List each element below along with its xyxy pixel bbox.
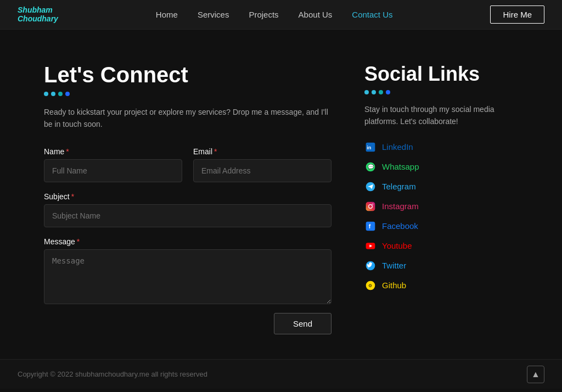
- facebook-icon: f: [364, 220, 376, 232]
- github-link[interactable]: ⚙ Github: [364, 279, 518, 292]
- message-required: *: [77, 237, 80, 246]
- facebook-link[interactable]: f Facebook: [364, 220, 518, 232]
- message-label: Message*: [44, 237, 331, 246]
- social-subtitle: Stay in touch through my social media pl…: [364, 103, 518, 128]
- list-item: Youtube: [364, 240, 518, 252]
- subject-input[interactable]: [44, 204, 331, 227]
- name-input[interactable]: [44, 159, 182, 182]
- s-dot-1: [364, 90, 369, 94]
- contact-form: Name* Email* Subject*: [44, 147, 331, 334]
- social-section: Social Links Stay in touch through my so…: [353, 63, 518, 337]
- list-item: f Facebook: [364, 220, 518, 232]
- svg-text:⚙: ⚙: [368, 283, 372, 288]
- email-input[interactable]: [193, 159, 331, 182]
- list-item: Instagram: [364, 200, 518, 212]
- social-dots: [364, 90, 518, 94]
- list-item: ⚙ Github: [364, 279, 518, 292]
- send-row: Send: [44, 313, 331, 334]
- whatsapp-label: Whatsapp: [382, 162, 419, 171]
- navbar: Shubham Choudhary Home Services Projects…: [0, 0, 562, 30]
- whatsapp-icon: 💬: [364, 161, 376, 173]
- telegram-link[interactable]: Telegram: [364, 181, 518, 193]
- dot-2: [51, 92, 55, 96]
- nav-contact[interactable]: Contact Us: [352, 10, 392, 19]
- list-item: 💬 Whatsapp: [364, 161, 518, 173]
- footer-copyright: Copyright © 2022 shubhamchoudhary.me all…: [18, 370, 207, 378]
- subject-required: *: [71, 192, 74, 201]
- message-group: Message*: [44, 237, 331, 304]
- email-label: Email*: [193, 147, 331, 156]
- instagram-icon: [364, 200, 376, 212]
- scroll-top-button[interactable]: ▲: [527, 366, 544, 383]
- list-item: in LinkedIn: [364, 141, 518, 153]
- github-label: Github: [382, 281, 406, 290]
- youtube-link[interactable]: Youtube: [364, 240, 518, 252]
- twitter-icon: [364, 260, 376, 272]
- svg-point-8: [372, 204, 373, 205]
- name-label: Name*: [44, 147, 182, 156]
- subject-label: Subject*: [44, 192, 331, 201]
- dot-4: [65, 92, 70, 96]
- github-icon: ⚙: [364, 279, 376, 292]
- dot-1: [44, 92, 48, 96]
- youtube-label: Youtube: [382, 241, 412, 250]
- nav-home[interactable]: Home: [156, 10, 178, 19]
- linkedin-label: LinkedIn: [382, 142, 413, 152]
- svg-text:in: in: [367, 145, 372, 150]
- youtube-icon: [364, 240, 376, 252]
- social-title: Social Links: [364, 63, 518, 86]
- telegram-icon: [364, 181, 376, 193]
- logo-line1: Shubham: [18, 6, 58, 14]
- contact-title: Let's Connect: [44, 63, 331, 87]
- contact-subtitle: Ready to kickstart your project or explo…: [44, 106, 331, 131]
- svg-rect-6: [366, 201, 375, 211]
- send-button[interactable]: Send: [274, 313, 331, 334]
- contact-section: Let's Connect Ready to kickstart your pr…: [44, 63, 331, 337]
- subject-group: Subject*: [44, 192, 331, 227]
- twitter-link[interactable]: Twitter: [364, 260, 518, 272]
- list-item: Twitter: [364, 260, 518, 272]
- name-email-row: Name* Email*: [44, 147, 331, 182]
- main-content: Let's Connect Ready to kickstart your pr…: [0, 30, 562, 359]
- nav-projects[interactable]: Projects: [249, 10, 278, 19]
- s-dot-3: [379, 90, 383, 94]
- facebook-label: Facebook: [382, 221, 418, 231]
- hire-me-button[interactable]: Hire Me: [490, 5, 544, 24]
- list-item: Telegram: [364, 181, 518, 193]
- instagram-link[interactable]: Instagram: [364, 200, 518, 212]
- logo: Shubham Choudhary: [18, 6, 58, 23]
- nav-links: Home Services Projects About Us Contact …: [156, 10, 393, 20]
- linkedin-link[interactable]: in LinkedIn: [364, 141, 518, 153]
- s-dot-2: [372, 90, 376, 94]
- logo-line2: Choudhary: [18, 15, 58, 23]
- linkedin-icon: in: [364, 141, 376, 153]
- nav-about[interactable]: About Us: [299, 10, 333, 19]
- email-required: *: [214, 147, 217, 156]
- s-dot-4: [386, 90, 390, 94]
- name-required: *: [66, 147, 69, 156]
- instagram-label: Instagram: [382, 201, 419, 211]
- name-group: Name*: [44, 147, 182, 182]
- nav-services[interactable]: Services: [198, 10, 229, 19]
- message-input[interactable]: [44, 249, 331, 304]
- footer: Copyright © 2022 shubhamchoudhary.me all…: [0, 359, 562, 389]
- whatsapp-link[interactable]: 💬 Whatsapp: [364, 161, 518, 173]
- email-group: Email*: [193, 147, 331, 182]
- dot-3: [58, 92, 63, 96]
- social-links-list: in LinkedIn 💬 Whatsapp: [364, 141, 518, 292]
- twitter-label: Twitter: [382, 261, 406, 270]
- svg-text:f: f: [369, 223, 371, 229]
- title-dots: [44, 92, 331, 96]
- telegram-label: Telegram: [382, 182, 416, 191]
- svg-text:💬: 💬: [368, 164, 374, 170]
